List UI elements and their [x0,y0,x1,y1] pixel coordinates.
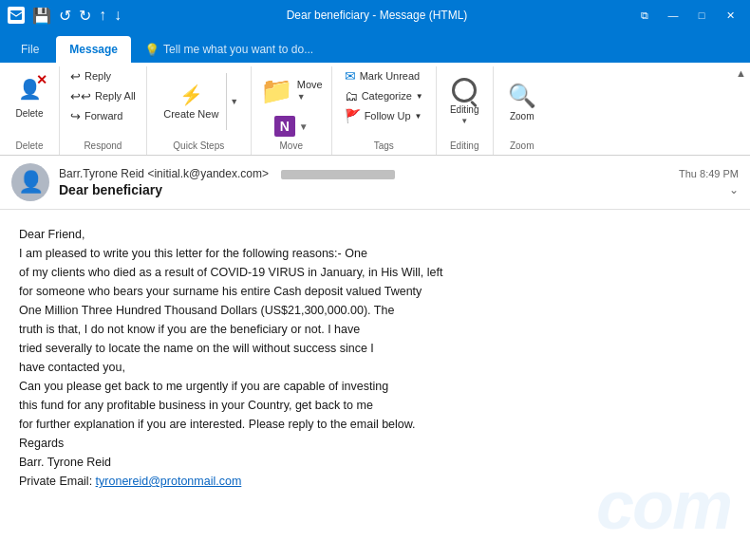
ribbon-group-tags: ✉ Mark Unread 🗂 Categorize ▼ 🚩 Follow Up… [332,66,437,155]
tags-group-label: Tags [374,139,394,155]
mark-unread-button[interactable]: ✉ Mark Unread [340,66,428,85]
reply-label: Reply [84,70,111,82]
move-dropdown-arrow: ▼ [297,92,306,102]
create-new-main: ⚡ Create New [156,80,226,123]
body-line-2: I am pleased to write you this letter fo… [19,244,731,263]
follow-up-button[interactable]: 🚩 Follow Up ▼ [340,106,428,125]
body-line-5: One Million Three Hundred Thousand Dolla… [19,301,731,320]
expand-icon[interactable]: ⌄ [729,183,739,196]
lightbulb-icon: 💡 [144,43,159,57]
close-btn[interactable]: ✕ [718,3,742,28]
tabbar: File Message 💡 Tell me what you want to … [0,30,750,63]
window-title: Dear beneficiary - Message (HTML) [122,9,632,22]
categorize-dropdown: ▼ [416,92,423,101]
sender-email: <initial.k@yandex.com> [147,167,269,180]
onenote-icon: N [274,116,295,137]
lightning-icon: ⚡ [179,84,203,106]
zoom-icon: 🔍 [508,83,536,109]
forward-icon: ↪ [70,109,81,123]
envelope-icon: ✉ [345,68,356,84]
ribbon-group-move: 📁 Move ▼ N ▼ Move [252,66,332,155]
save-btn[interactable]: 💾 [32,7,51,25]
body-line-7: tried severally to locate the name on th… [19,339,731,358]
body-line-10: this fund for any profitable business in… [19,396,731,415]
zoom-button[interactable]: 🔍 Zoom [501,78,543,126]
maximize-btn[interactable]: □ [689,3,714,28]
create-new-button[interactable]: ⚡ Create New ▼ [155,73,242,130]
down-btn[interactable]: ↓ [114,7,122,24]
private-email-link[interactable]: tyronereid@protonmail.com [96,475,242,488]
delete-group-label: Delete [16,139,44,155]
onenote-btn[interactable]: N ▼ [274,116,309,137]
reply-button[interactable]: ↩ Reply [66,66,141,85]
app-icon [8,7,25,24]
tab-tell[interactable]: 💡 Tell me what you want to do... [135,36,323,63]
ribbon-group-quicksteps: ⚡ Create New ▼ Quick Steps [147,66,252,155]
mark-unread-label: Mark Unread [360,70,421,82]
ribbon: 👤 ✕ Delete Delete ↩ Reply ↩↩ Re [0,63,750,156]
editing-group-label: Editing [450,139,479,155]
email-time: Thu 8:49 PM [679,168,739,179]
titlebar: 💾 ↺ ↻ ↑ ↓ Dear beneficiary - Message (HT… [0,0,750,30]
email-header-right: Thu 8:49 PM ⌄ [679,168,739,196]
body-line-12: Regards [19,434,731,453]
undo-btn[interactable]: ↺ [59,7,71,25]
delete-button[interactable]: 👤 ✕ Delete [6,66,53,123]
ribbon-group-delete: 👤 ✕ Delete Delete [0,66,60,155]
body-line-6: truth is that, I do not know if you are … [19,320,731,339]
zoom-label: Zoom [510,111,534,121]
onenote-dropdown: ▼ [299,121,309,132]
sender-name: Barr.Tyrone Reid [59,167,144,180]
body-line-14: Private Email: tyronereid@protonmail.com [19,472,731,491]
reply-all-label: Reply All [95,90,136,102]
categorize-button[interactable]: 🗂 Categorize ▼ [340,86,428,105]
email-subject: Dear beneficiary [59,182,669,197]
respond-group-label: Respond [84,139,122,155]
zoom-group-label: Zoom [510,139,534,155]
minimize-btn[interactable]: — [661,3,685,28]
reply-all-icon: ↩↩ [70,89,91,103]
restore-btn[interactable]: ⧉ [632,3,657,28]
category-icon: 🗂 [345,88,358,103]
forward-label: Forward [84,110,122,121]
quicksteps-group-label: Quick Steps [173,139,224,155]
body-line-13: Barr. Tyrone Reid [19,453,731,472]
editing-dropdown: ▼ [460,117,468,125]
forward-button[interactable]: ↪ Forward [66,106,141,125]
move-icon: 📁 [260,75,293,106]
ribbon-group-editing: Editing ▼ Editing [437,66,494,155]
move-group-label: Move [280,139,303,155]
move-button[interactable]: 📁 Move ▼ [257,66,326,114]
recipient-redacted [281,170,395,179]
search-edit-icon [452,78,477,103]
email-header: 👤 Barr.Tyrone Reid <initial.k@yandex.com… [0,156,750,210]
reply-icon: ↩ [70,69,81,84]
tab-tell-label: Tell me what you want to do... [163,43,313,56]
up-btn[interactable]: ↑ [99,7,106,24]
sender-avatar: 👤 [11,163,49,201]
editing-button[interactable]: Editing ▼ [443,73,485,130]
flag-icon: 🚩 [345,108,361,123]
email-body: Dear Friend, I am pleased to write you t… [0,210,750,560]
ribbon-collapse-btn[interactable]: ▲ [736,66,746,80]
categorize-label: Categorize [362,90,412,102]
ribbon-group-zoom: 🔍 Zoom Zoom [494,66,551,155]
redo-btn[interactable]: ↻ [79,7,91,25]
follow-up-label: Follow Up [365,110,411,121]
body-line-11: for further explanation if you are inter… [19,415,731,434]
avatar-person-icon: 👤 [18,170,44,195]
email-from: Barr.Tyrone Reid <initial.k@yandex.com> [59,167,669,180]
x-icon: ✕ [36,73,47,86]
reply-all-button[interactable]: ↩↩ Reply All [66,86,141,105]
tab-message[interactable]: Message [56,36,131,63]
body-line-8: have contacted you, [19,358,731,377]
body-line-1: Dear Friend, [19,225,731,244]
body-line-3: of my clients who died as a result of CO… [19,263,731,282]
delete-icon: 👤 ✕ [9,71,49,106]
tab-file[interactable]: File [8,36,52,63]
respond-col: ↩ Reply ↩↩ Reply All ↪ Forward [66,66,141,125]
create-new-dropdown[interactable]: ▼ [226,73,241,130]
ribbon-group-respond: ↩ Reply ↩↩ Reply All ↪ Forward Respond [60,66,147,155]
email-content-area: 👤 Barr.Tyrone Reid <initial.k@yandex.com… [0,156,750,560]
create-new-label: Create New [163,108,218,120]
